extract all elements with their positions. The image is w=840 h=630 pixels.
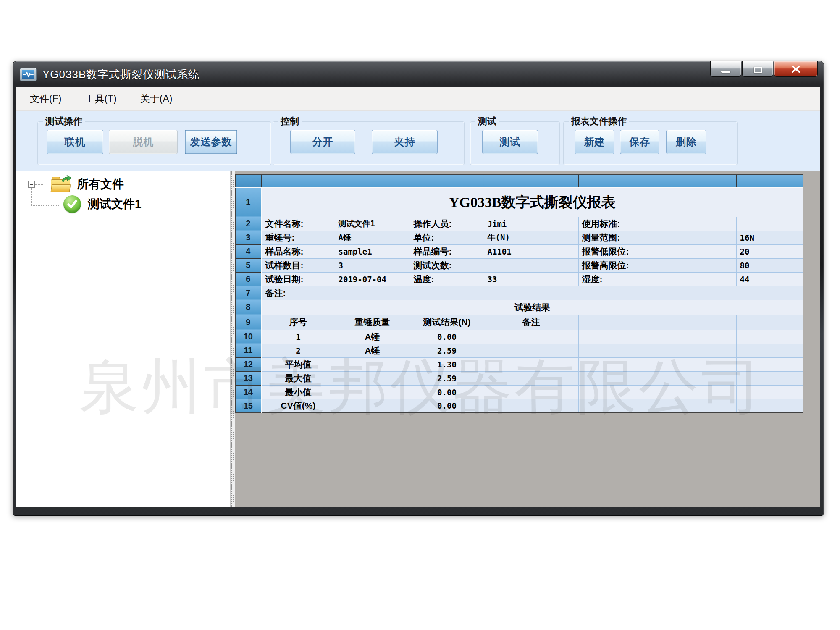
report-title-cell[interactable]: YG033B数字式撕裂仪报表 (261, 187, 803, 217)
column-header[interactable] (736, 175, 803, 187)
close-button[interactable] (774, 61, 818, 77)
info-label-cell[interactable]: 试样数目: (261, 258, 335, 272)
info-label-cell[interactable]: 单位: (410, 231, 484, 244)
info-label-cell[interactable]: 操作人员: (410, 217, 484, 231)
info-label-cell[interactable]: 重锤号: (261, 231, 335, 244)
result-cell[interactable] (335, 385, 410, 399)
tree-expander[interactable] (28, 181, 35, 188)
result-cell[interactable] (736, 385, 803, 399)
row-header[interactable]: 6 (235, 272, 261, 286)
result-cell[interactable] (578, 385, 736, 399)
new-button[interactable]: 新建 (575, 130, 614, 154)
result-cell[interactable] (335, 357, 410, 371)
section-title-cell[interactable]: 试验结果 (261, 300, 803, 315)
result-cell[interactable] (484, 371, 578, 385)
result-cell[interactable]: CV值(%) (261, 399, 335, 413)
result-cell[interactable] (335, 371, 410, 385)
info-label-cell[interactable]: 文件名称: (261, 217, 335, 231)
column-header[interactable] (410, 175, 484, 187)
result-cell[interactable] (736, 357, 803, 371)
info-label-cell[interactable]: 湿度: (578, 272, 736, 286)
info-value-cell[interactable]: 20 (736, 244, 803, 258)
tree-item-all-files[interactable]: 所有文件 (28, 175, 124, 194)
result-cell[interactable]: 1.30 (410, 357, 484, 371)
info-label-cell[interactable]: 样品名称: (261, 244, 335, 258)
result-cell[interactable]: 2.59 (410, 371, 484, 385)
splitter[interactable] (231, 171, 235, 507)
info-label-cell[interactable]: 报警低限位: (578, 244, 736, 258)
result-cell[interactable] (578, 330, 736, 344)
minimize-button[interactable] (710, 61, 741, 77)
row-header[interactable]: 5 (235, 258, 261, 272)
result-header-cell[interactable]: 测试结果(N) (410, 315, 484, 330)
row-header[interactable]: 1 (235, 187, 261, 217)
row-header[interactable]: 4 (235, 244, 261, 258)
result-header-cell[interactable]: 备注 (484, 315, 578, 330)
info-value-cell[interactable]: 2019-07-04 (335, 272, 410, 286)
info-value-cell[interactable]: A锤 (335, 231, 410, 244)
info-value-cell[interactable]: 33 (484, 272, 578, 286)
info-label-cell[interactable]: 测试次数: (410, 258, 484, 272)
row-header[interactable]: 3 (235, 231, 261, 244)
info-label-cell[interactable]: 报警高限位: (578, 258, 736, 272)
save-button[interactable]: 保存 (620, 130, 659, 154)
row-header[interactable]: 13 (235, 371, 261, 385)
result-cell[interactable] (578, 371, 736, 385)
result-cell[interactable] (335, 399, 410, 413)
info-value-cell[interactable]: 44 (736, 272, 803, 286)
info-value-cell[interactable]: Jimi (484, 217, 578, 231)
result-cell[interactable]: 1 (261, 330, 335, 344)
result-cell[interactable] (736, 344, 803, 357)
result-cell[interactable]: A锤 (335, 330, 410, 344)
info-label-cell[interactable]: 试验日期: (261, 272, 335, 286)
column-header[interactable] (335, 175, 410, 187)
info-label-cell[interactable]: 测量范围: (578, 231, 736, 244)
menu-item-tools[interactable]: 工具(T) (82, 91, 119, 107)
test-button[interactable]: 测试 (482, 130, 538, 154)
result-cell[interactable] (578, 357, 736, 371)
result-cell[interactable]: 2 (261, 344, 335, 357)
info-value-cell[interactable]: 测试文件1 (335, 217, 410, 231)
info-value-cell[interactable]: 3 (335, 258, 410, 272)
row-header[interactable]: 10 (235, 330, 261, 344)
row-header[interactable]: 15 (235, 399, 261, 413)
clamp-button[interactable]: 夹持 (372, 130, 438, 154)
result-cell[interactable] (484, 344, 578, 357)
result-cell[interactable] (484, 330, 578, 344)
menu-item-about[interactable]: 关于(A) (138, 91, 175, 107)
result-cell[interactable] (484, 399, 578, 413)
info-value-cell[interactable]: 16N (736, 231, 803, 244)
info-value-cell[interactable] (484, 258, 578, 272)
result-cell[interactable]: A锤 (335, 344, 410, 357)
grid-corner-cell[interactable] (235, 175, 261, 187)
info-value-cell[interactable]: 牛(N) (484, 231, 578, 244)
maximize-button[interactable] (742, 61, 773, 77)
send-params-button[interactable]: 发送参数 (185, 130, 237, 154)
result-cell[interactable] (736, 330, 803, 344)
result-cell[interactable] (484, 357, 578, 371)
result-cell[interactable]: 0.00 (410, 385, 484, 399)
title-bar[interactable]: YG033B数字式撕裂仪测试系统 (13, 61, 824, 87)
column-header[interactable] (261, 175, 335, 187)
result-cell[interactable] (484, 385, 578, 399)
result-cell[interactable] (736, 399, 803, 413)
row-header[interactable]: 2 (235, 217, 261, 231)
info-label-cell[interactable]: 使用标准: (578, 217, 736, 231)
column-header[interactable] (578, 175, 736, 187)
result-header-cell[interactable] (736, 315, 803, 330)
result-header-cell[interactable]: 序号 (261, 315, 335, 330)
result-header-cell[interactable]: 重锤质量 (335, 315, 410, 330)
column-header[interactable] (484, 175, 578, 187)
disconnect-button[interactable]: 脱机 (109, 130, 178, 154)
row-header[interactable]: 11 (235, 344, 261, 357)
row-header[interactable]: 8 (235, 300, 261, 315)
result-cell[interactable]: 最小值 (261, 385, 335, 399)
result-header-cell[interactable] (578, 315, 736, 330)
info-value-cell[interactable]: 80 (736, 258, 803, 272)
result-cell[interactable]: 最大值 (261, 371, 335, 385)
result-cell[interactable] (578, 344, 736, 357)
result-cell[interactable]: 平均值 (261, 357, 335, 371)
info-value-cell[interactable]: sample1 (335, 244, 410, 258)
result-cell[interactable]: 0.00 (410, 399, 484, 413)
info-label-cell[interactable]: 样品编号: (410, 244, 484, 258)
